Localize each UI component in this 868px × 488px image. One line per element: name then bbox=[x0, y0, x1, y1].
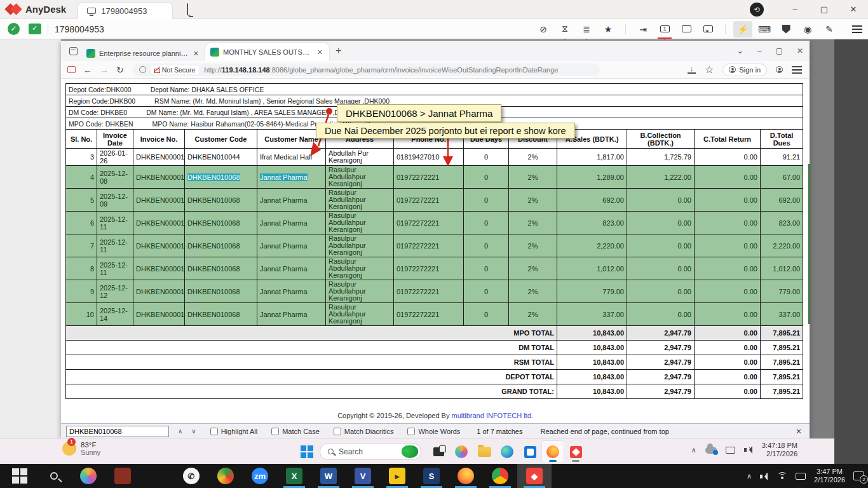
cell: Rasulpur Abdullahpur Keranigonj bbox=[326, 166, 394, 189]
browser-tabstrip: Enterprise resource planning (E✕MONTHLY … bbox=[61, 41, 810, 61]
actions-icon[interactable]: ⚡ bbox=[733, 21, 752, 37]
local-clock[interactable]: 3:47 PM 2/17/2026 bbox=[814, 468, 845, 484]
store-icon[interactable] bbox=[519, 440, 541, 463]
connection-status-icon[interactable]: ⟲ bbox=[750, 3, 764, 17]
muted-speaker-icon[interactable] bbox=[744, 446, 753, 454]
chrome-icon[interactable] bbox=[483, 464, 517, 488]
weather-widget[interactable]: 1 83°F Sunny bbox=[62, 441, 100, 456]
copilot-icon[interactable] bbox=[71, 464, 105, 488]
find-option-match-case[interactable]: Match Case bbox=[271, 428, 320, 435]
new-tab-button[interactable]: + bbox=[336, 45, 341, 57]
session-list-icon[interactable]: ≣ bbox=[577, 21, 596, 37]
reload-button[interactable]: ↻ bbox=[116, 65, 124, 75]
tray-overflow-chevron[interactable]: ∧ bbox=[691, 446, 696, 454]
visio-icon[interactable]: V bbox=[346, 464, 380, 488]
onedrive-icon[interactable] bbox=[705, 447, 717, 454]
developer-link[interactable]: multibrand INFOTECH ltd. bbox=[451, 412, 532, 419]
remote-clock[interactable]: 3:47:18 PM 2/17/2026 bbox=[762, 442, 797, 458]
notes-app-icon[interactable] bbox=[140, 464, 174, 488]
browser-minimize-button[interactable]: – bbox=[757, 46, 762, 55]
s-app-icon[interactable]: S bbox=[414, 464, 449, 488]
network-monitor-icon[interactable] bbox=[726, 447, 735, 454]
find-close-button[interactable]: ✕ bbox=[796, 427, 802, 436]
browser-profile-icon[interactable] bbox=[776, 66, 783, 73]
wifi-icon[interactable] bbox=[777, 472, 787, 480]
tab-close-icon[interactable]: ✕ bbox=[316, 48, 324, 57]
word-icon[interactable]: W bbox=[311, 464, 346, 488]
find-next-button[interactable]: ∨ bbox=[191, 428, 196, 435]
anydesk-icon[interactable] bbox=[564, 440, 587, 463]
edit-icon[interactable]: ✎ bbox=[820, 21, 839, 37]
address-bar[interactable]: Not Secure http://119.148.18.148:8086/gl… bbox=[133, 64, 600, 76]
new-session-button[interactable]: + bbox=[187, 4, 188, 15]
record-icon[interactable]: ◉ bbox=[798, 21, 817, 37]
not-secure-badge[interactable]: Not Secure bbox=[151, 65, 200, 74]
edge-icon[interactable] bbox=[496, 440, 519, 463]
find-input[interactable] bbox=[66, 426, 169, 437]
browser-tab-1[interactable]: Enterprise resource planning (E✕ bbox=[81, 46, 205, 61]
privacy-icon[interactable]: ⊘ bbox=[534, 21, 553, 37]
browser-maximize-button[interactable]: ▢ bbox=[776, 46, 783, 55]
copilot-icon[interactable] bbox=[450, 440, 473, 463]
start-button[interactable] bbox=[301, 445, 313, 458]
keyboard-icon[interactable]: ⌨ bbox=[755, 21, 774, 37]
monitor-1-icon[interactable]: 1 bbox=[655, 21, 674, 37]
browser-tab-2[interactable]: MONTHLY SALES OUTSTANDIN✕ bbox=[205, 43, 329, 61]
file-transfer-icon[interactable]: ⇥ bbox=[634, 21, 653, 37]
file-explorer-icon[interactable] bbox=[473, 440, 496, 463]
site-info-icon[interactable] bbox=[139, 66, 146, 73]
tab-actions-icon[interactable] bbox=[65, 44, 81, 58]
page-content: Depot Code:DHK000Depot Name: DHAKA SALES… bbox=[61, 79, 810, 423]
checkbox[interactable] bbox=[334, 428, 341, 435]
search-button[interactable] bbox=[37, 464, 71, 488]
task-view-icon[interactable] bbox=[427, 440, 450, 463]
search-box[interactable]: Search bbox=[320, 443, 421, 460]
cell: 337.00 bbox=[761, 303, 803, 326]
favorites-icon[interactable]: ★ bbox=[599, 21, 618, 37]
checkbox[interactable] bbox=[407, 428, 415, 435]
monitor-icon[interactable] bbox=[677, 21, 696, 37]
checkbox[interactable] bbox=[271, 428, 279, 435]
bookmark-star-icon[interactable]: ☆ bbox=[705, 64, 714, 76]
find-previous-button[interactable]: ∧ bbox=[178, 428, 182, 435]
session-time-icon[interactable]: ⧖ bbox=[555, 21, 574, 37]
download-icon[interactable]: ↓ bbox=[688, 66, 696, 74]
weather-sun-icon: 1 bbox=[62, 442, 76, 456]
red-app-icon[interactable] bbox=[105, 464, 140, 488]
anydesk-icon[interactable]: ◆ bbox=[517, 464, 552, 488]
notification-center-icon[interactable]: 2 bbox=[853, 471, 864, 480]
tab-close-icon[interactable]: ✕ bbox=[192, 50, 200, 58]
sign-in-button[interactable]: Sign in bbox=[722, 64, 767, 76]
firefox-icon[interactable] bbox=[449, 464, 483, 488]
browser-close-button[interactable]: ✕ bbox=[797, 46, 803, 55]
anydesk-session-tab[interactable]: 1798004953 bbox=[78, 3, 173, 19]
back-button[interactable]: ← bbox=[83, 65, 92, 75]
tray-overflow-chevron[interactable]: ∧ bbox=[747, 472, 752, 480]
start-button[interactable] bbox=[3, 464, 37, 488]
menu-icon[interactable] bbox=[848, 21, 867, 37]
browser-menu-icon[interactable] bbox=[792, 66, 802, 74]
media-app-icon[interactable] bbox=[208, 464, 243, 488]
find-option-highlight-all[interactable]: Highlight All bbox=[210, 428, 257, 435]
checkbox[interactable] bbox=[210, 428, 218, 435]
whatsapp-icon[interactable]: ✆ bbox=[174, 464, 208, 488]
forward-button[interactable]: → bbox=[100, 65, 109, 75]
tab-search-chevron-icon[interactable]: ⌄ bbox=[737, 46, 743, 55]
find-option-match-diacritics[interactable]: Match Diacritics bbox=[334, 428, 394, 435]
anydesk-minimize-button[interactable]: – bbox=[780, 0, 810, 19]
cell: 0.00 bbox=[695, 280, 761, 303]
yellow-app-icon[interactable]: ▸ bbox=[380, 464, 414, 488]
split-window-icon[interactable] bbox=[67, 66, 76, 73]
invoice-row: 32026-01-26DHKBEN00001941DHKBEN010044Ifr… bbox=[66, 149, 803, 166]
volume-icon[interactable] bbox=[760, 472, 769, 480]
firefox-icon[interactable] bbox=[541, 440, 564, 463]
anydesk-close-button[interactable]: ✕ bbox=[839, 0, 868, 19]
excel-icon[interactable]: X bbox=[277, 464, 311, 488]
find-option-whole-words[interactable]: Whole Words bbox=[407, 428, 460, 435]
chat-icon[interactable] bbox=[698, 21, 717, 37]
cell: Rasulpur Abdullahpur Keranigonj bbox=[326, 234, 394, 257]
touch-keyboard-icon[interactable] bbox=[796, 473, 806, 480]
zoom-icon[interactable]: zm bbox=[243, 464, 277, 488]
anydesk-maximize-button[interactable]: ▢ bbox=[810, 0, 839, 19]
shield-icon[interactable] bbox=[776, 21, 796, 37]
